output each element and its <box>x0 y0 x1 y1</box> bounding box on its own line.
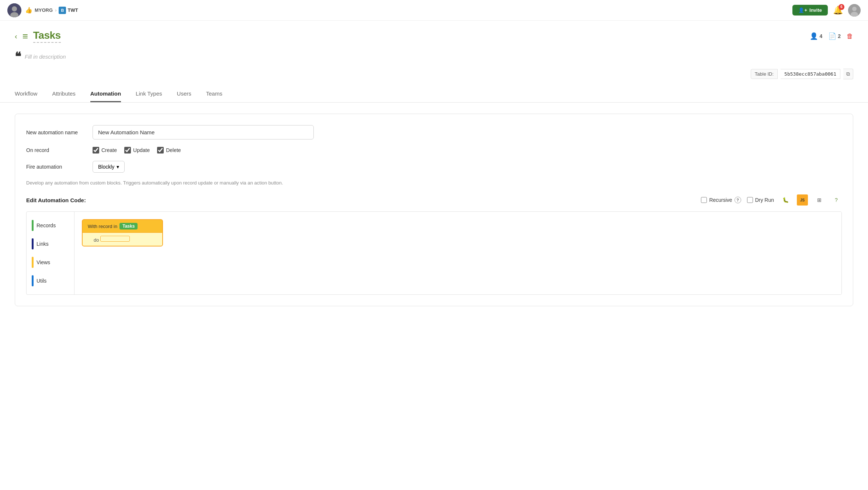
back-arrow-icon[interactable]: ‹ <box>15 32 17 41</box>
table-id-label: Table ID: <box>751 69 778 79</box>
files-icon: 📄 <box>828 32 836 40</box>
name-label: New automation name <box>26 130 85 135</box>
tab-workflow[interactable]: Workflow <box>15 90 37 102</box>
on-record-row: On record Create Update Delete <box>26 147 842 153</box>
views-color-dot <box>32 257 34 268</box>
breadcrumb-separator: › <box>55 7 56 13</box>
table-id-section: Table ID: 5b538ecc857aba0061 ⧉ <box>0 63 868 79</box>
description-text[interactable]: Fill in description <box>25 54 66 60</box>
block-do-text: do <box>94 237 99 243</box>
page-title: Tasks <box>33 30 61 43</box>
sidebar-item-views[interactable]: Views <box>27 253 74 272</box>
js-button[interactable]: JS <box>797 194 808 206</box>
users-icon: 👤 <box>810 32 818 40</box>
blockly-sidebar: Records Links Views Utils <box>27 212 74 294</box>
tab-users[interactable]: Users <box>177 90 191 102</box>
on-record-checkboxes: Create Update Delete <box>93 147 181 153</box>
fire-automation-dropdown[interactable]: Blockly ▾ <box>93 161 125 173</box>
checkbox-create[interactable]: Create <box>93 147 117 153</box>
recursive-checkbox[interactable] <box>701 197 707 203</box>
recursive-checkbox-label[interactable]: Recursive ? <box>701 197 741 203</box>
automation-form: New automation name On record Create Upd… <box>15 114 853 306</box>
automation-description: Develop any automation from custom block… <box>26 180 842 186</box>
tab-attributes[interactable]: Attributes <box>52 90 75 102</box>
list-icon: ≡ <box>22 31 28 42</box>
dry-run-checkbox[interactable] <box>747 197 753 203</box>
debug-button[interactable]: 🐛 <box>780 194 791 206</box>
delete-checkbox[interactable] <box>157 147 164 153</box>
tabs-bar: Workflow Attributes Automation Link Type… <box>15 90 853 102</box>
blockly-editor: Records Links Views Utils <box>26 211 842 295</box>
blockly-canvas: With record in Tasks do <box>74 212 841 294</box>
block-task-badge: Tasks <box>119 223 138 230</box>
blockly-block-with-record[interactable]: With record in Tasks do <box>82 219 163 246</box>
page-actions: 👤 4 📄 2 🗑 <box>810 32 853 40</box>
grid-button[interactable]: ⊞ <box>814 194 825 206</box>
breadcrumb: 👍 MYORG › B TWT <box>25 7 78 14</box>
links-label: Links <box>37 241 49 247</box>
edit-code-title: Edit Automation Code: <box>26 197 86 203</box>
user-avatar-header[interactable] <box>7 3 21 17</box>
description-section: ❝ Fill in description <box>0 43 868 63</box>
links-color-dot <box>32 238 34 249</box>
header: 👍 MYORG › B TWT 👤+ Invite 🔔 6 <box>0 0 868 21</box>
copy-id-button[interactable]: ⧉ <box>843 69 853 79</box>
header-right: 👤+ Invite 🔔 6 <box>792 4 861 17</box>
delete-action[interactable]: 🗑 <box>847 32 853 40</box>
notification-count: 6 <box>839 4 844 10</box>
sidebar-item-utils[interactable]: Utils <box>27 272 74 290</box>
blockly-block-body: do <box>83 232 162 246</box>
files-action[interactable]: 📄 2 <box>828 32 841 40</box>
tabs-section: Workflow Attributes Automation Link Type… <box>0 83 868 103</box>
fire-value: Blockly <box>98 164 114 170</box>
fire-automation-row: Fire automation Blockly ▾ <box>26 161 842 173</box>
tab-teams[interactable]: Teams <box>206 90 222 102</box>
create-label: Create <box>101 147 117 153</box>
tab-link-types[interactable]: Link Types <box>136 90 162 102</box>
notification-bell[interactable]: 🔔 6 <box>833 6 843 15</box>
delete-label: Delete <box>166 147 181 153</box>
fire-label: Fire automation <box>26 164 85 170</box>
update-checkbox[interactable] <box>124 147 131 153</box>
user-avatar-menu[interactable] <box>848 4 861 17</box>
recursive-label: Recursive <box>709 197 732 203</box>
edit-code-header: Edit Automation Code: Recursive ? Dry Ru… <box>26 194 842 206</box>
on-record-label: On record <box>26 147 85 153</box>
thumbs-up-icon: 👍 <box>25 7 32 14</box>
dry-run-label: Dry Run <box>755 197 774 203</box>
users-action[interactable]: 👤 4 <box>810 32 822 40</box>
utils-color-dot <box>32 275 34 286</box>
quote-icon: ❝ <box>15 49 21 63</box>
edit-code-controls: Recursive ? Dry Run 🐛 JS ⊞ ? <box>701 194 842 206</box>
help-button[interactable]: ? <box>831 194 842 206</box>
org-sub-letter: B <box>59 7 66 14</box>
blockly-block-header: With record in Tasks <box>83 220 162 232</box>
checkbox-delete[interactable]: Delete <box>157 147 181 153</box>
invite-button[interactable]: 👤+ Invite <box>792 5 828 15</box>
views-label: Views <box>37 259 50 265</box>
records-label: Records <box>37 222 56 228</box>
recursive-help-icon[interactable]: ? <box>735 197 741 203</box>
sidebar-item-records[interactable]: Records <box>27 216 74 235</box>
checkbox-update[interactable]: Update <box>124 147 150 153</box>
automation-name-input[interactable] <box>93 125 314 139</box>
header-left: 👍 MYORG › B TWT <box>7 3 78 17</box>
chevron-down-icon: ▾ <box>117 164 119 170</box>
svg-point-1 <box>12 6 17 11</box>
create-checkbox[interactable] <box>93 147 99 153</box>
org-sub-item[interactable]: B TWT <box>59 7 78 14</box>
page-title-section: ‹ ≡ Tasks 👤 4 📄 2 🗑 <box>0 21 868 43</box>
name-row: New automation name <box>26 125 842 139</box>
sidebar-item-links[interactable]: Links <box>27 235 74 253</box>
records-color-dot <box>32 220 34 231</box>
trash-icon: 🗑 <box>847 32 853 40</box>
update-label: Update <box>133 147 150 153</box>
block-inner-input <box>100 236 130 242</box>
person-add-icon: 👤+ <box>798 7 807 13</box>
table-id-value: 5b538ecc857aba0061 <box>781 69 840 79</box>
tab-automation[interactable]: Automation <box>90 90 121 102</box>
utils-label: Utils <box>37 278 46 284</box>
dry-run-checkbox-label[interactable]: Dry Run <box>747 197 774 203</box>
block-with-text: With record in <box>88 224 117 229</box>
svg-point-4 <box>852 7 857 11</box>
